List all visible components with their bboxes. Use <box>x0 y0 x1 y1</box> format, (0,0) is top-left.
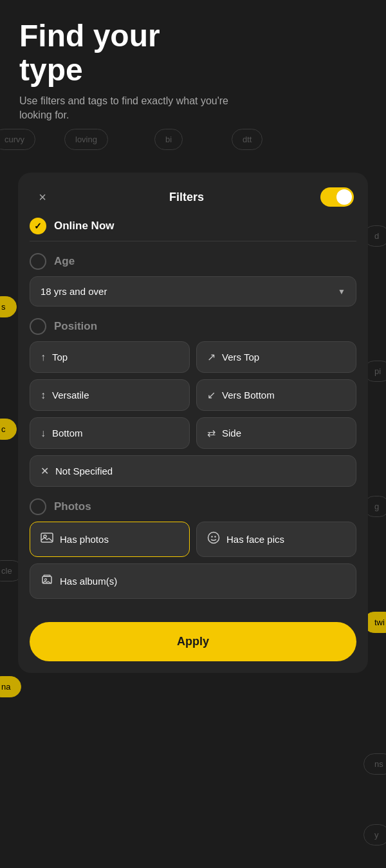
svg-point-7 <box>45 579 47 581</box>
not-specified-label: Not Specified <box>55 466 113 476</box>
top-label: Top <box>52 352 68 363</box>
photos-radio[interactable] <box>30 498 46 515</box>
has-albums-icon <box>41 573 53 589</box>
age-radio[interactable] <box>30 253 46 270</box>
photos-label: Photos <box>54 500 91 513</box>
filter-toggle-wrapper <box>320 187 354 207</box>
photos-section: Photos Has photos <box>30 498 356 599</box>
dropdown-arrow-icon: ▼ <box>338 287 345 296</box>
bg-tag: s <box>0 296 17 317</box>
position-bottom[interactable]: ↓ Bottom <box>30 417 190 449</box>
filter-toggle[interactable] <box>320 187 354 207</box>
svg-point-2 <box>208 533 219 543</box>
has-albums-label: Has album(s) <box>60 576 117 587</box>
position-versatile[interactable]: ↕ Versatile <box>30 379 190 411</box>
age-section: Age 18 yrs and over ▼ <box>30 253 356 307</box>
has-photos-label: Has photos <box>60 534 109 545</box>
page-subtitle: Use filters and tags to find exactly wha… <box>19 94 238 123</box>
online-now-label: Online Now <box>54 220 115 232</box>
toggle-knob <box>336 189 352 205</box>
age-label: Age <box>54 255 75 268</box>
bg-tag: bi <box>154 129 183 150</box>
position-vers-bottom[interactable]: ↙ Vers Bottom <box>196 379 356 411</box>
not-specified-icon: ✕ <box>41 465 49 477</box>
bg-tag: loving <box>64 129 108 150</box>
svg-rect-6 <box>44 575 50 576</box>
modal-body: Online Now Age 18 yrs and over ▼ Positio… <box>18 218 368 622</box>
close-button[interactable]: × <box>32 187 53 207</box>
svg-point-3 <box>211 536 212 537</box>
position-grid: ↑ Top ↗ Vers Top ↕ Versatile ↙ Vers Bott… <box>30 341 356 487</box>
online-now-radio[interactable] <box>30 218 46 234</box>
position-row: Position <box>30 318 356 335</box>
photos-grid: Has photos Has face pics <box>30 522 356 557</box>
has-photos-button[interactable]: Has photos <box>30 522 190 557</box>
photos-row: Photos <box>30 498 356 515</box>
versatile-icon: ↕ <box>41 390 46 401</box>
bg-tag: na <box>0 676 21 697</box>
age-dropdown[interactable]: 18 yrs and over ▼ <box>30 276 356 307</box>
has-face-pics-icon <box>207 531 220 547</box>
vers-bottom-label: Vers Bottom <box>222 390 275 401</box>
online-now-section: Online Now <box>30 218 356 241</box>
bg-tag: curvy <box>0 129 35 150</box>
albums-row: Has album(s) <box>30 563 356 599</box>
svg-rect-0 <box>41 533 53 542</box>
age-row: Age <box>30 253 356 270</box>
versatile-label: Versatile <box>52 390 89 401</box>
apply-button[interactable]: Apply <box>30 622 356 661</box>
has-photos-icon <box>41 531 53 547</box>
header: Find your type Use filters and tags to f… <box>19 19 238 122</box>
vers-top-label: Vers Top <box>222 352 259 363</box>
vers-top-icon: ↗ <box>207 351 216 363</box>
position-not-specified[interactable]: ✕ Not Specified <box>30 455 356 487</box>
position-side[interactable]: ⇄ Side <box>196 417 356 449</box>
has-albums-button[interactable]: Has album(s) <box>30 563 356 599</box>
side-icon: ⇄ <box>207 427 216 439</box>
bottom-icon: ↓ <box>41 428 46 439</box>
svg-point-4 <box>214 536 216 537</box>
page-title: Find your type <box>19 19 238 88</box>
modal-title: Filters <box>53 191 320 204</box>
top-icon: ↑ <box>41 352 46 363</box>
online-now-row: Online Now <box>30 218 356 234</box>
side-label: Side <box>222 428 241 439</box>
position-label: Position <box>54 320 97 333</box>
filters-modal: × Filters Online Now Age 18 yrs and over <box>18 173 368 673</box>
position-section: Position ↑ Top ↗ Vers Top ↕ Versatile ↙ … <box>30 318 356 487</box>
has-face-pics-button[interactable]: Has face pics <box>196 522 356 557</box>
bg-tag: dtt <box>232 129 262 150</box>
vers-bottom-icon: ↙ <box>207 389 216 401</box>
bottom-label: Bottom <box>52 428 83 439</box>
position-radio[interactable] <box>30 318 46 335</box>
position-vers-top[interactable]: ↗ Vers Top <box>196 341 356 373</box>
modal-header: × Filters <box>18 173 368 218</box>
divider <box>30 241 356 241</box>
age-value: 18 yrs and over <box>41 286 107 297</box>
bg-tag: c <box>0 419 17 440</box>
has-face-pics-label: Has face pics <box>226 534 284 545</box>
bg-tag: y <box>363 824 386 845</box>
position-top[interactable]: ↑ Top <box>30 341 190 373</box>
bg-tag: ns <box>363 753 386 775</box>
